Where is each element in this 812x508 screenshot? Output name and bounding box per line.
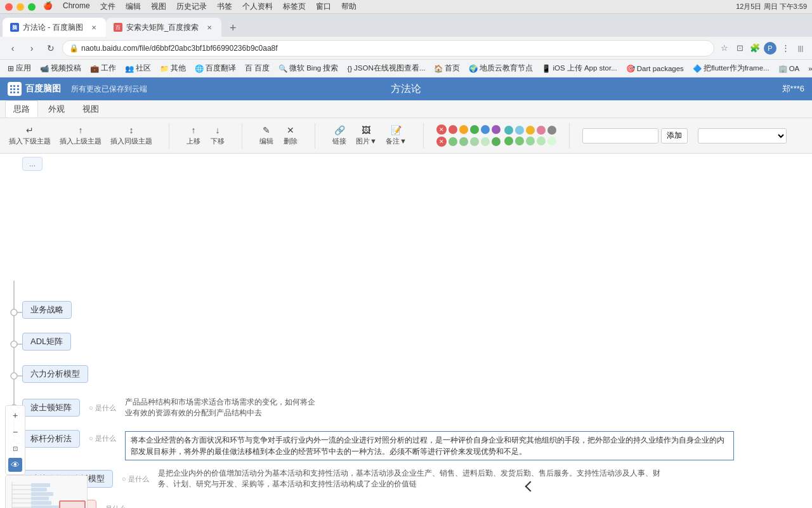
tab-appearance[interactable]: 外观 — [41, 101, 72, 117]
color-green-4[interactable] — [515, 137, 524, 145]
tab-thought[interactable]: 思路 — [5, 100, 38, 117]
color-green[interactable] — [470, 125, 479, 134]
node-box-strategy[interactable]: 业务战略 — [22, 301, 72, 319]
color-blue[interactable] — [481, 125, 490, 134]
boston-exp-connector[interactable]: 是什么 — [105, 504, 126, 509]
color-gray[interactable] — [547, 126, 556, 135]
node-box-adl[interactable]: ADL矩阵 — [22, 333, 71, 351]
porter-value-connector[interactable]: ○ 是什么 — [122, 474, 149, 484]
menu-help[interactable]: 帮助 — [341, 1, 357, 12]
bookmark-bing[interactable]: 🔍 微软 Bing 搜索 — [275, 62, 342, 74]
minimize-button[interactable] — [16, 3, 24, 11]
insert-parent-button[interactable]: ↑ 插入上级主题 — [56, 123, 105, 148]
node-box-sixforce[interactable]: 六力分析模型 — [22, 365, 88, 383]
label-select[interactable] — [698, 128, 787, 144]
mindmap-canvas[interactable]: ... 业务战略 ADL矩阵 六力分析模型 波士顿矩阵 ○ 是什么 产品品种结构… — [0, 154, 812, 508]
color-light-orange[interactable] — [526, 126, 535, 135]
window-controls[interactable] — [5, 3, 36, 11]
toggle-thumbnail-button[interactable]: 👁 — [8, 458, 22, 472]
document-title[interactable]: 方法论 — [391, 83, 421, 96]
menu-edit[interactable]: 编辑 — [126, 1, 141, 12]
node-box-scrolled[interactable]: ... — [22, 157, 43, 171]
bookmark-json[interactable]: {} JSON在线视图查看... — [343, 62, 429, 74]
tab-close-1[interactable]: ✕ — [89, 23, 98, 32]
profile-icon[interactable]: P — [764, 42, 776, 55]
bookmark-community[interactable]: 👥 社区 — [121, 62, 155, 74]
color-red[interactable] — [449, 125, 457, 134]
new-tab-button[interactable]: + — [224, 19, 242, 37]
move-down-button[interactable]: ↓ 下移 — [206, 123, 229, 148]
close-button[interactable] — [5, 3, 13, 11]
menu-bookmarks[interactable]: 书签 — [217, 1, 232, 12]
url-input[interactable]: 🔒 naotu.baidu.com/file/d6bbf20abc3bf1bf6… — [62, 40, 714, 57]
add-label-button[interactable]: 添加 — [661, 128, 688, 144]
node-box-benchmark[interactable]: 标杆分析法 — [22, 430, 80, 448]
color-green-7[interactable] — [547, 137, 556, 145]
color-mid-green[interactable] — [459, 137, 468, 146]
bookmark-baidu[interactable]: 百 百度 — [241, 62, 273, 74]
tab-baidu-search[interactable]: 百 安索夫矩阵_百度搜索 ✕ — [106, 18, 222, 37]
boston-connector[interactable]: ○ 是什么 — [89, 403, 116, 413]
link-button[interactable]: 🔗 链接 — [328, 123, 351, 148]
color-orange[interactable] — [459, 125, 468, 134]
bookmark-home[interactable]: 🏠 首页 — [430, 62, 464, 74]
menu-history[interactable]: 历史记录 — [176, 1, 207, 12]
color-teal[interactable] — [504, 126, 513, 135]
color-pink[interactable] — [537, 126, 546, 135]
zoom-out-button[interactable]: − — [8, 425, 22, 439]
zoom-in-button[interactable]: + — [8, 408, 22, 422]
bookmark-ios[interactable]: 📱 iOS 上传 App stor... — [538, 62, 620, 74]
delete-button[interactable]: ✕ 删除 — [279, 123, 302, 148]
color-dark-green[interactable] — [449, 137, 457, 146]
screen-share-icon[interactable]: ⊡ — [733, 42, 746, 55]
insert-sibling-button[interactable]: ↕ 插入同级主题 — [107, 123, 156, 148]
color-pale-green[interactable] — [481, 137, 490, 146]
color-cyan[interactable] — [515, 126, 524, 135]
bookmark-oa[interactable]: 🏢 OA — [775, 63, 804, 74]
menu-view[interactable]: 视图 — [151, 1, 166, 12]
move-up-button[interactable]: ↑ 上移 — [182, 123, 205, 148]
app-logo[interactable]: 百度脑图 — [8, 82, 61, 96]
bookmark-apps[interactable]: ⊞ 应用 — [4, 62, 35, 74]
menu-file[interactable]: 文件 — [100, 1, 115, 12]
user-info[interactable]: 郑***6 — [782, 83, 804, 95]
maximize-button[interactable] — [28, 3, 36, 11]
benchmark-connector[interactable]: ○ 是什么 — [89, 434, 116, 443]
extension-icon[interactable]: 🧩 — [749, 42, 761, 55]
tab-close-2[interactable]: ✕ — [205, 23, 214, 32]
color-purple[interactable] — [492, 125, 501, 134]
bookmark-dart[interactable]: 🎯 Dart packages — [622, 63, 688, 74]
fit-button[interactable]: ⊡ — [8, 441, 22, 455]
color-light-green[interactable] — [470, 137, 479, 146]
clear-color-button-2[interactable]: ✕ — [436, 137, 447, 147]
bookmark-star-icon[interactable]: ☆ — [718, 42, 731, 55]
menu-chrome[interactable]: Chrome — [63, 1, 90, 12]
bookmark-more[interactable]: » 阅读清单 — [804, 62, 812, 74]
color-green-6[interactable] — [537, 137, 546, 145]
forward-button[interactable]: › — [24, 41, 39, 56]
back-button[interactable]: ‹ — [5, 41, 20, 56]
tab-view[interactable]: 视图 — [75, 101, 107, 117]
color-green-2[interactable] — [492, 137, 501, 146]
bookmark-geo[interactable]: 🌍 地质云教育节点 — [465, 62, 537, 74]
note-button[interactable]: 📝 备注▼ — [382, 123, 410, 148]
insert-child-button[interactable]: ↵ 插入下级主题 — [5, 123, 55, 148]
menu-window[interactable]: 窗口 — [316, 1, 331, 12]
image-button[interactable]: 🖼 图片▼ — [352, 123, 381, 148]
color-green-5[interactable] — [526, 137, 535, 145]
label-input[interactable] — [582, 128, 658, 144]
reload-button[interactable]: ↻ — [43, 41, 58, 56]
edit-button[interactable]: ✎ 编辑 — [255, 123, 278, 148]
bookmark-work[interactable]: 💼 工作 — [86, 62, 120, 74]
menu-profile[interactable]: 个人资料 — [242, 1, 273, 12]
clear-color-button[interactable]: ✕ — [436, 124, 447, 135]
tab-baidu-mindmap[interactable]: 脑 方法论 - 百度脑图 ✕ — [3, 18, 106, 37]
bookmark-other[interactable]: 📁 其他 — [156, 62, 190, 74]
node-box-boston[interactable]: 波士顿矩阵 — [22, 399, 80, 417]
sidebar-icon[interactable]: ||| — [794, 42, 807, 55]
menu-chrome[interactable]: 🍎 — [43, 1, 53, 12]
bookmark-translate[interactable]: 🌐 百度翻译 — [191, 62, 240, 74]
bookmark-flutter[interactable]: 🔷 把flutter作为frame... — [689, 62, 773, 74]
color-green-3[interactable] — [504, 137, 513, 145]
more-icon[interactable]: ⋮ — [779, 42, 792, 55]
